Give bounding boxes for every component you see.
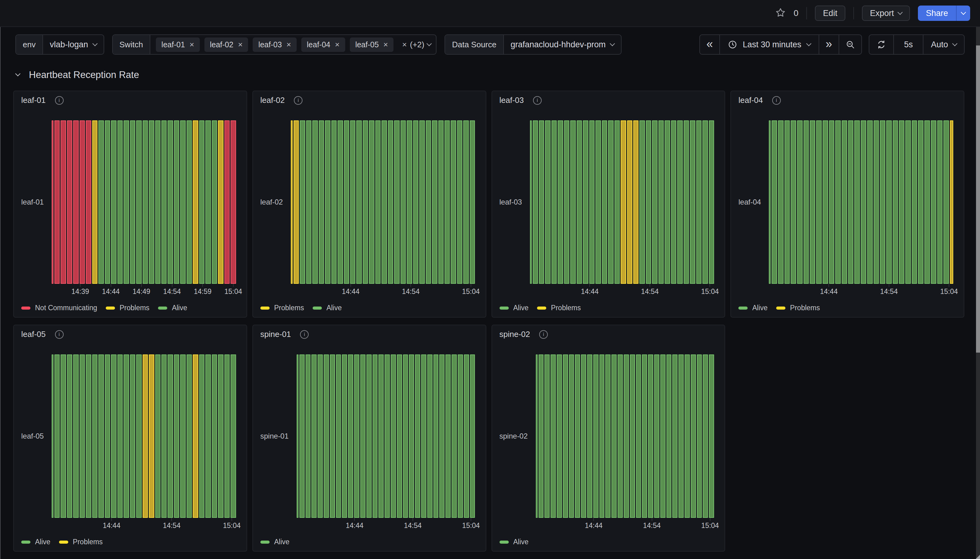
legend-item[interactable]: Problems xyxy=(106,304,149,312)
switch-tag[interactable]: leaf-04 × xyxy=(301,38,345,52)
legend-item[interactable]: Alive xyxy=(21,538,50,546)
legend-item[interactable]: Problems xyxy=(776,304,820,312)
status-history-chart[interactable] xyxy=(51,121,236,284)
legend-item[interactable]: Not Communicating xyxy=(21,304,97,312)
legend-item[interactable]: Problems xyxy=(260,304,304,312)
legend-color-problems xyxy=(260,306,270,309)
refresh-icon xyxy=(877,40,886,49)
legend-item[interactable]: Problems xyxy=(537,304,581,312)
axis-tick-mark xyxy=(171,518,172,521)
panel-title: spine-02 xyxy=(499,329,530,339)
status-bar-alive xyxy=(867,121,873,284)
panel-header[interactable]: leaf-02 i xyxy=(260,96,303,105)
status-bar-alive xyxy=(413,121,418,284)
info-icon[interactable]: i xyxy=(55,96,64,105)
legend-color-problems xyxy=(106,306,115,309)
panel-header[interactable]: leaf-05 i xyxy=(21,329,64,339)
edit-button[interactable]: Edit xyxy=(815,5,846,21)
status-bar-alive xyxy=(373,354,378,518)
legend-item[interactable]: Alive xyxy=(499,304,529,312)
status-bar-alive xyxy=(797,121,803,284)
legend-color-alive xyxy=(499,306,509,309)
switch-more-dropdown[interactable]: × (+2) xyxy=(399,35,436,54)
status-bar-alive xyxy=(111,121,116,284)
panel-header[interactable]: leaf-01 i xyxy=(21,96,64,105)
x-axis-tick-label: 14:44 xyxy=(342,288,360,296)
status-history-chart[interactable] xyxy=(51,354,236,518)
time-shift-forward-button[interactable]: » xyxy=(819,35,839,54)
switch-tag[interactable]: leaf-05 × xyxy=(350,38,394,52)
panel-title: leaf-01 xyxy=(21,96,46,105)
legend-item[interactable]: Alive xyxy=(313,304,342,312)
legend-item[interactable]: Alive xyxy=(499,538,529,546)
status-history-chart[interactable] xyxy=(297,354,475,518)
status-bar-alive xyxy=(470,354,475,518)
status-bar-down xyxy=(224,121,230,284)
remove-tag-icon[interactable]: × xyxy=(238,41,242,48)
time-range-picker[interactable]: Last 30 minutes xyxy=(719,35,819,54)
info-icon[interactable]: i xyxy=(772,96,781,105)
status-bar-alive xyxy=(583,121,588,284)
legend-item[interactable]: Problems xyxy=(59,538,103,546)
axis-tick-mark xyxy=(354,518,355,521)
status-history-chart[interactable] xyxy=(536,354,715,518)
status-bar-alive xyxy=(149,121,154,284)
legend-item[interactable]: Alive xyxy=(158,304,187,312)
remove-tag-icon[interactable]: × xyxy=(335,41,339,48)
clear-all-icon[interactable]: × xyxy=(402,41,407,48)
status-bar-alive xyxy=(55,354,60,518)
axis-tick-mark xyxy=(111,518,112,521)
refresh-interval-value[interactable]: 5s xyxy=(893,35,923,54)
refresh-button[interactable] xyxy=(869,35,893,54)
env-value-dropdown[interactable]: vlab-logan xyxy=(43,35,104,54)
info-icon[interactable]: i xyxy=(539,330,548,339)
legend-label: Problems xyxy=(119,304,149,312)
status-history-chart[interactable] xyxy=(530,121,715,284)
remove-tag-icon[interactable]: × xyxy=(383,41,388,48)
legend-item[interactable]: Alive xyxy=(260,538,290,546)
status-bar-alive xyxy=(378,354,384,518)
share-button[interactable]: Share xyxy=(918,5,970,21)
switch-tag[interactable]: leaf-01 × xyxy=(156,38,200,52)
panel-header[interactable]: spine-01 i xyxy=(260,329,309,339)
zoom-out-button[interactable] xyxy=(839,35,861,54)
scrollbar[interactable] xyxy=(976,27,980,559)
info-icon[interactable]: i xyxy=(300,330,308,339)
panel-header[interactable]: leaf-03 i xyxy=(499,96,542,105)
export-button[interactable]: Export xyxy=(862,5,910,21)
panel-header[interactable]: leaf-04 i xyxy=(738,96,781,105)
info-icon[interactable]: i xyxy=(55,330,64,339)
info-icon[interactable]: i xyxy=(294,96,302,105)
switch-tag[interactable]: leaf-03 × xyxy=(253,38,297,52)
axis-tick-mark xyxy=(471,284,471,287)
legend-color-problems xyxy=(776,306,785,309)
panel: leaf-01 i leaf-01 14:3914:4414:4914:5414… xyxy=(13,91,247,318)
clock-icon xyxy=(728,40,737,49)
status-bar-alive xyxy=(703,354,708,518)
share-dropdown-toggle[interactable] xyxy=(956,5,970,21)
axis-tick-mark xyxy=(172,284,172,287)
remove-tag-icon[interactable]: × xyxy=(190,41,194,48)
status-bar-alive xyxy=(419,121,425,284)
switch-tag[interactable]: leaf-02 × xyxy=(204,38,249,52)
status-bar-alive xyxy=(791,121,796,284)
status-bar-alive xyxy=(336,354,341,518)
dashboard-row-header[interactable]: Heartbeat Reception Rate xyxy=(16,69,139,81)
time-shift-back-button[interactable]: « xyxy=(700,35,719,54)
refresh-interval-dropdown[interactable]: Auto xyxy=(923,35,964,54)
scrollbar-thumb[interactable] xyxy=(976,45,980,352)
status-history-chart[interactable] xyxy=(291,121,475,284)
status-bar-alive xyxy=(161,354,167,518)
x-axis: 14:4414:5415:04 xyxy=(297,518,475,534)
status-bar-down xyxy=(67,121,72,284)
remove-tag-icon[interactable]: × xyxy=(287,41,291,48)
legend-item[interactable]: Alive xyxy=(738,304,768,312)
datasource-value-dropdown[interactable]: grafanacloud-hhdev-prom xyxy=(504,35,621,54)
star-icon[interactable] xyxy=(775,7,786,19)
status-bar-problems xyxy=(143,354,148,518)
status-history-chart[interactable] xyxy=(769,121,953,284)
status-bar-alive xyxy=(463,121,468,284)
info-icon[interactable]: i xyxy=(533,96,542,105)
panel-header[interactable]: spine-02 i xyxy=(499,329,548,339)
panel: leaf-04 i leaf-04 14:4414:5415:04 AliveP… xyxy=(730,91,964,318)
